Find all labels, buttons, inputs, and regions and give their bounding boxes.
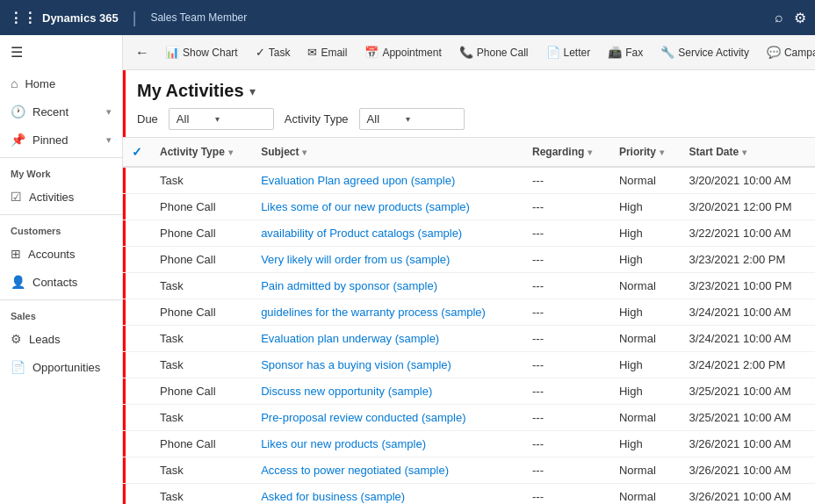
sidebar-home-label: Home bbox=[25, 77, 55, 90]
row-checkbox[interactable] bbox=[123, 457, 151, 484]
row-subject[interactable]: Discuss new opportunity (sample) bbox=[252, 378, 523, 405]
row-checkbox[interactable] bbox=[123, 405, 151, 431]
row-subject[interactable]: guidelines for the warranty process (sam… bbox=[252, 299, 523, 326]
campaign-icon: 💬 bbox=[767, 46, 781, 59]
fax-icon: 📠 bbox=[608, 46, 622, 59]
select-all-header[interactable]: ✓ bbox=[123, 138, 151, 167]
page-title-row: My Activities ▾ bbox=[137, 81, 801, 101]
sidebar-accounts-label: Accounts bbox=[28, 248, 75, 261]
waffle-icon[interactable]: ⋮⋮ bbox=[9, 10, 37, 26]
row-activity-type: Task bbox=[151, 326, 252, 352]
row-regarding: --- bbox=[523, 378, 610, 405]
topbar-icons: ⌕ ⚙ bbox=[775, 10, 806, 26]
sidebar-divider-3 bbox=[0, 299, 122, 300]
row-regarding: --- bbox=[523, 299, 610, 326]
activity-type-filter[interactable]: All ▾ bbox=[359, 108, 465, 130]
row-checkbox[interactable] bbox=[123, 167, 151, 194]
email-icon: ✉ bbox=[307, 46, 317, 59]
row-checkbox[interactable] bbox=[123, 194, 151, 220]
row-priority: High bbox=[610, 378, 681, 405]
hamburger-button[interactable]: ☰ bbox=[0, 35, 122, 69]
row-subject[interactable]: Evaluation Plan agreed upon (sample) bbox=[252, 167, 523, 194]
task-button[interactable]: ✓ Task bbox=[249, 42, 298, 62]
search-icon[interactable]: ⌕ bbox=[775, 10, 783, 25]
due-filter[interactable]: All ▾ bbox=[169, 108, 274, 130]
appointment-button[interactable]: 📅 Appointment bbox=[357, 42, 448, 62]
row-activity-type: Phone Call bbox=[151, 220, 252, 247]
sidebar-item-accounts[interactable]: ⊞ Accounts bbox=[0, 240, 122, 268]
appointment-icon: 📅 bbox=[364, 46, 379, 59]
campaign-response-button[interactable]: 💬 Campaign Response bbox=[760, 42, 815, 62]
row-subject[interactable]: Sponsor has a buying vision (sample) bbox=[252, 352, 523, 378]
letter-button[interactable]: 📄 Letter bbox=[539, 42, 598, 62]
col-header-regarding[interactable]: Regarding ▾ bbox=[523, 138, 610, 167]
row-subject[interactable]: Pre-proposal review conducted (sample) bbox=[252, 405, 523, 431]
row-activity-type: Phone Call bbox=[151, 247, 252, 273]
phone-call-button[interactable]: 📞 Phone Call bbox=[452, 42, 536, 62]
page-title-dropdown[interactable]: ▾ bbox=[249, 84, 256, 98]
table-row: Phone Call Very likely will order from u… bbox=[123, 247, 815, 273]
row-subject[interactable]: Asked for business (sample) bbox=[252, 484, 523, 505]
sidebar-item-leads[interactable]: ⚙ Leads bbox=[0, 325, 122, 353]
back-button[interactable]: ← bbox=[130, 41, 155, 64]
activities-table: ✓ Activity Type ▾ Subject ▾ bbox=[123, 138, 815, 504]
section-title-customers: Customers bbox=[0, 219, 122, 240]
table-row: Task Evaluation plan underway (sample) -… bbox=[123, 326, 815, 352]
sidebar-item-activities[interactable]: ☑ Activities bbox=[0, 183, 122, 211]
sort-icon-activity: ▾ bbox=[228, 148, 233, 157]
due-chevron: ▾ bbox=[215, 114, 220, 124]
row-subject[interactable]: availability of Product catalogs (sample… bbox=[252, 220, 523, 247]
row-subject[interactable]: Likes some of our new products (sample) bbox=[252, 194, 523, 220]
row-subject[interactable]: Very likely will order from us (sample) bbox=[252, 247, 523, 273]
sidebar-item-recent[interactable]: 🕐 Recent ▾ bbox=[0, 97, 122, 126]
brand-name: Dynamics 365 bbox=[42, 11, 119, 25]
show-chart-button[interactable]: 📊 Show Chart bbox=[158, 42, 245, 62]
fax-button[interactable]: 📠 Fax bbox=[601, 42, 650, 62]
row-priority: Normal bbox=[610, 273, 681, 299]
settings-icon[interactable]: ⚙ bbox=[794, 10, 806, 26]
row-regarding: --- bbox=[523, 167, 610, 194]
row-checkbox[interactable] bbox=[123, 273, 151, 299]
service-activity-button[interactable]: 🔧 Service Activity bbox=[653, 42, 756, 62]
col-header-subject[interactable]: Subject ▾ bbox=[252, 138, 523, 167]
row-priority: Normal bbox=[610, 167, 681, 194]
row-subject[interactable]: Evaluation plan underway (sample) bbox=[252, 326, 523, 352]
row-subject[interactable]: Access to power negotiated (sample) bbox=[252, 457, 523, 484]
sidebar-item-pinned[interactable]: 📌 Pinned ▾ bbox=[0, 126, 122, 154]
row-checkbox[interactable] bbox=[123, 484, 151, 505]
col-header-start-date[interactable]: Start Date ▾ bbox=[680, 138, 815, 167]
appointment-label: Appointment bbox=[382, 47, 441, 59]
email-button[interactable]: ✉ Email bbox=[300, 42, 354, 62]
sidebar-opportunities-label: Opportunities bbox=[32, 361, 100, 374]
row-priority: High bbox=[610, 247, 681, 273]
sidebar-leads-label: Leads bbox=[29, 333, 60, 346]
recent-chevron: ▾ bbox=[106, 106, 112, 118]
sidebar-item-home[interactable]: ⌂ Home bbox=[0, 69, 122, 97]
row-start-date: 3/25/2021 10:00 AM bbox=[680, 378, 815, 405]
col-header-priority[interactable]: Priority ▾ bbox=[610, 138, 681, 167]
row-checkbox[interactable] bbox=[123, 352, 151, 378]
sort-icon-priority: ▾ bbox=[660, 148, 664, 157]
row-start-date: 3/25/2021 10:00 AM bbox=[680, 405, 815, 431]
col-header-activity-type[interactable]: Activity Type ▾ bbox=[151, 138, 252, 167]
activity-type-label: Activity Type bbox=[285, 112, 349, 126]
activities-icon: ☑ bbox=[11, 190, 22, 204]
activity-type-chevron: ▾ bbox=[406, 114, 410, 124]
row-subject[interactable]: Likes our new products (sample) bbox=[252, 431, 523, 457]
sidebar-item-contacts[interactable]: 👤 Contacts bbox=[0, 268, 122, 296]
row-checkbox[interactable] bbox=[123, 247, 151, 273]
row-checkbox[interactable] bbox=[123, 326, 151, 352]
row-subject[interactable]: Pain admitted by sponsor (sample) bbox=[252, 273, 523, 299]
due-value: All bbox=[177, 112, 189, 126]
sidebar-item-opportunities[interactable]: 📄 Opportunities bbox=[0, 353, 122, 381]
row-checkbox[interactable] bbox=[123, 378, 151, 405]
page-title: My Activities bbox=[137, 81, 244, 101]
table-row: Phone Call guidelines for the warranty p… bbox=[123, 299, 815, 326]
row-checkbox[interactable] bbox=[123, 299, 151, 326]
row-regarding: --- bbox=[523, 484, 610, 505]
row-checkbox[interactable] bbox=[123, 220, 151, 247]
brand: ⋮⋮ Dynamics 365 bbox=[9, 10, 119, 26]
sort-icon-start-date: ▾ bbox=[742, 148, 746, 157]
row-checkbox[interactable] bbox=[123, 431, 151, 457]
row-regarding: --- bbox=[523, 220, 610, 247]
